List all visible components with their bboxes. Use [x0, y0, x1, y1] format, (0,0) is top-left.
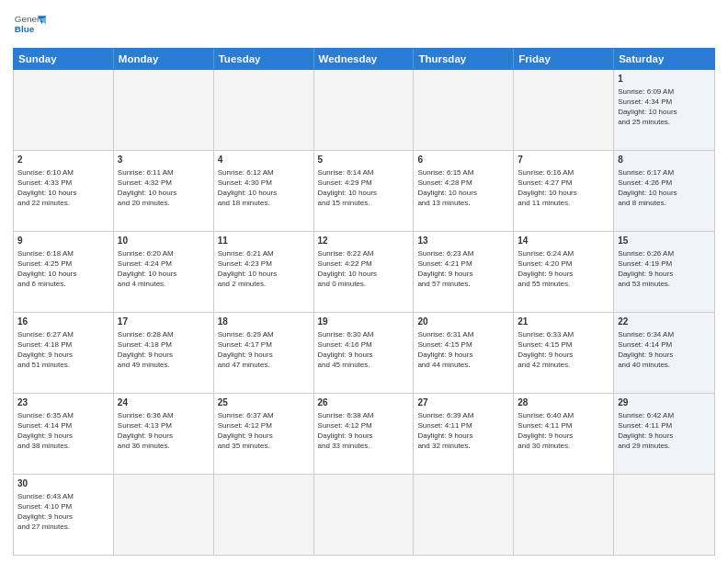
calendar-cell: [414, 70, 514, 150]
header: General Blue: [0, 0, 728, 48]
calendar-cell: 21Sunrise: 6:33 AM Sunset: 4:15 PM Dayli…: [514, 313, 614, 393]
day-number: 19: [318, 316, 410, 328]
day-info: Sunrise: 6:34 AM Sunset: 4:14 PM Dayligh…: [618, 329, 711, 371]
calendar-cell: [314, 70, 415, 150]
day-number: 17: [118, 316, 210, 328]
calendar-cell: [514, 70, 614, 150]
day-info: Sunrise: 6:35 AM Sunset: 4:14 PM Dayligh…: [17, 410, 109, 452]
calendar-cell: 13Sunrise: 6:23 AM Sunset: 4:21 PM Dayli…: [414, 232, 514, 312]
day-info: Sunrise: 6:39 AM Sunset: 4:11 PM Dayligh…: [417, 410, 509, 452]
day-info: Sunrise: 6:23 AM Sunset: 4:21 PM Dayligh…: [417, 248, 509, 290]
calendar-cell: 29Sunrise: 6:42 AM Sunset: 4:11 PM Dayli…: [614, 394, 714, 474]
day-number: 11: [218, 235, 310, 247]
day-number: 23: [17, 396, 109, 409]
calendar-cell: 22Sunrise: 6:34 AM Sunset: 4:14 PM Dayli…: [614, 313, 714, 393]
calendar-cell: 7Sunrise: 6:16 AM Sunset: 4:27 PM Daylig…: [514, 151, 614, 231]
calendar: SundayMondayTuesdayWednesdayThursdayFrid…: [0, 48, 728, 563]
day-info: Sunrise: 6:24 AM Sunset: 4:20 PM Dayligh…: [518, 248, 609, 290]
day-number: 4: [218, 154, 310, 167]
calendar-cell: 19Sunrise: 6:30 AM Sunset: 4:16 PM Dayli…: [314, 313, 415, 393]
svg-text:Blue: Blue: [15, 24, 35, 34]
day-info: Sunrise: 6:10 AM Sunset: 4:33 PM Dayligh…: [17, 167, 109, 209]
logo-icon: General Blue: [13, 9, 46, 42]
day-number: 1: [618, 73, 711, 86]
calendar-cell: 20Sunrise: 6:31 AM Sunset: 4:15 PM Dayli…: [414, 313, 514, 393]
calendar-cell: 12Sunrise: 6:22 AM Sunset: 4:22 PM Dayli…: [314, 232, 415, 312]
day-number: 8: [618, 154, 711, 167]
day-number: 2: [17, 154, 109, 167]
day-number: 24: [118, 396, 210, 409]
day-info: Sunrise: 6:31 AM Sunset: 4:15 PM Dayligh…: [417, 329, 509, 371]
day-info: Sunrise: 6:11 AM Sunset: 4:32 PM Dayligh…: [118, 167, 210, 209]
day-number: 6: [417, 154, 509, 167]
calendar-cell: 24Sunrise: 6:36 AM Sunset: 4:13 PM Dayli…: [114, 394, 214, 474]
day-number: 28: [518, 396, 609, 409]
day-info: Sunrise: 6:29 AM Sunset: 4:17 PM Dayligh…: [218, 329, 310, 371]
calendar-cell: [314, 475, 415, 555]
day-number: 12: [318, 235, 410, 247]
calendar-cell: 10Sunrise: 6:20 AM Sunset: 4:24 PM Dayli…: [114, 232, 214, 312]
calendar-cell: 5Sunrise: 6:14 AM Sunset: 4:29 PM Daylig…: [314, 151, 415, 231]
calendar-cell: [414, 475, 514, 555]
day-info: Sunrise: 6:14 AM Sunset: 4:29 PM Dayligh…: [318, 167, 410, 209]
calendar-cell: 11Sunrise: 6:21 AM Sunset: 4:23 PM Dayli…: [214, 232, 314, 312]
day-number: 25: [218, 396, 310, 409]
calendar-cell: [214, 70, 314, 150]
calendar-cell: [514, 475, 614, 555]
calendar-cell: 9Sunrise: 6:18 AM Sunset: 4:25 PM Daylig…: [14, 232, 114, 312]
day-number: 7: [518, 154, 609, 167]
day-number: 30: [17, 477, 109, 490]
day-info: Sunrise: 6:40 AM Sunset: 4:11 PM Dayligh…: [518, 410, 609, 452]
day-number: 3: [118, 154, 210, 167]
day-number: 21: [518, 316, 609, 328]
calendar-cell: 3Sunrise: 6:11 AM Sunset: 4:32 PM Daylig…: [114, 151, 214, 231]
calendar-cell: 27Sunrise: 6:39 AM Sunset: 4:11 PM Dayli…: [414, 394, 514, 474]
day-info: Sunrise: 6:16 AM Sunset: 4:27 PM Dayligh…: [518, 167, 609, 209]
day-info: Sunrise: 6:09 AM Sunset: 4:34 PM Dayligh…: [618, 86, 711, 128]
day-info: Sunrise: 6:42 AM Sunset: 4:11 PM Dayligh…: [618, 410, 711, 452]
calendar-cell: [14, 70, 114, 150]
header-cell-saturday: Saturday: [614, 49, 714, 69]
calendar-cell: 30Sunrise: 6:43 AM Sunset: 4:10 PM Dayli…: [14, 475, 114, 555]
day-info: Sunrise: 6:36 AM Sunset: 4:13 PM Dayligh…: [118, 410, 210, 452]
day-number: 27: [417, 396, 509, 409]
header-cell-monday: Monday: [114, 49, 214, 69]
logo: General Blue: [13, 9, 46, 42]
calendar-cell: [114, 475, 214, 555]
day-number: 5: [318, 154, 410, 167]
page: General Blue SundayMondayTuesdayWednesda…: [0, 0, 728, 563]
day-number: 14: [518, 235, 609, 247]
calendar-row-0: 1Sunrise: 6:09 AM Sunset: 4:34 PM Daylig…: [14, 70, 714, 151]
day-number: 16: [17, 316, 109, 328]
day-number: 13: [417, 235, 509, 247]
calendar-cell: 18Sunrise: 6:29 AM Sunset: 4:17 PM Dayli…: [214, 313, 314, 393]
calendar-cell: [214, 475, 314, 555]
day-number: 20: [417, 316, 509, 328]
day-info: Sunrise: 6:17 AM Sunset: 4:26 PM Dayligh…: [618, 167, 711, 209]
day-number: 10: [118, 235, 210, 247]
day-info: Sunrise: 6:27 AM Sunset: 4:18 PM Dayligh…: [17, 329, 109, 371]
day-info: Sunrise: 6:18 AM Sunset: 4:25 PM Dayligh…: [17, 248, 109, 290]
calendar-row-1: 2Sunrise: 6:10 AM Sunset: 4:33 PM Daylig…: [14, 151, 714, 232]
header-cell-tuesday: Tuesday: [214, 49, 314, 69]
calendar-cell: [114, 70, 214, 150]
day-number: 22: [618, 316, 711, 328]
calendar-cell: 2Sunrise: 6:10 AM Sunset: 4:33 PM Daylig…: [14, 151, 114, 231]
day-info: Sunrise: 6:30 AM Sunset: 4:16 PM Dayligh…: [318, 329, 410, 371]
calendar-cell: 17Sunrise: 6:28 AM Sunset: 4:18 PM Dayli…: [114, 313, 214, 393]
calendar-cell: 6Sunrise: 6:15 AM Sunset: 4:28 PM Daylig…: [414, 151, 514, 231]
calendar-body: 1Sunrise: 6:09 AM Sunset: 4:34 PM Daylig…: [13, 70, 715, 556]
header-cell-thursday: Thursday: [414, 49, 514, 69]
day-info: Sunrise: 6:33 AM Sunset: 4:15 PM Dayligh…: [518, 329, 609, 371]
header-cell-sunday: Sunday: [14, 49, 114, 69]
day-info: Sunrise: 6:22 AM Sunset: 4:22 PM Dayligh…: [318, 248, 410, 290]
calendar-cell: 8Sunrise: 6:17 AM Sunset: 4:26 PM Daylig…: [614, 151, 714, 231]
calendar-row-3: 16Sunrise: 6:27 AM Sunset: 4:18 PM Dayli…: [14, 313, 714, 394]
day-number: 29: [618, 396, 711, 409]
day-info: Sunrise: 6:38 AM Sunset: 4:12 PM Dayligh…: [318, 410, 410, 452]
day-info: Sunrise: 6:12 AM Sunset: 4:30 PM Dayligh…: [218, 167, 310, 209]
calendar-cell: 25Sunrise: 6:37 AM Sunset: 4:12 PM Dayli…: [214, 394, 314, 474]
day-number: 15: [618, 235, 711, 247]
day-number: 26: [318, 396, 410, 409]
day-number: 9: [17, 235, 109, 247]
